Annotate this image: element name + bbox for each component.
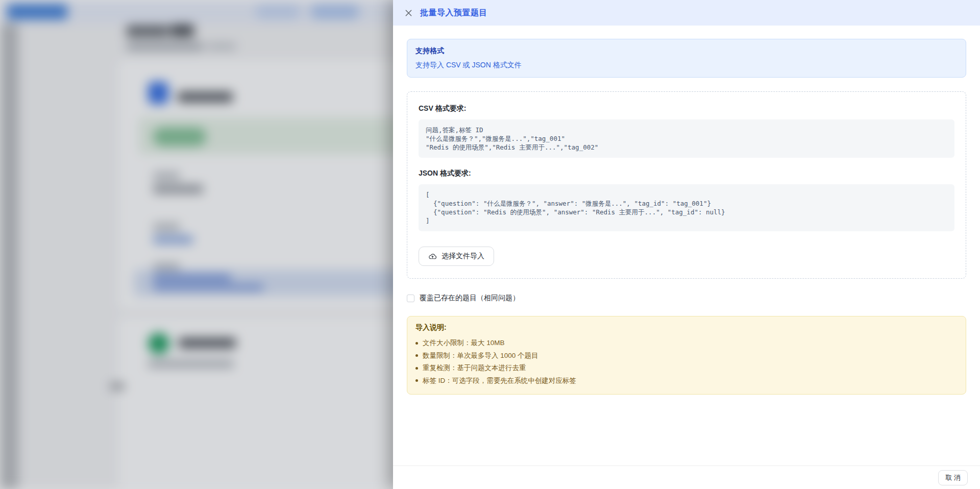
json-example-code-block: [ {"question": "什么是微服务？", "answer": "微服务…: [419, 184, 954, 231]
checkbox-unchecked-icon[interactable]: [407, 295, 414, 302]
bullet-icon: [415, 342, 418, 345]
close-icon[interactable]: [404, 9, 412, 17]
csv-format-heading: CSV 格式要求:: [419, 104, 954, 113]
code-line: [: [426, 190, 947, 199]
json-format-heading: JSON 格式要求:: [419, 169, 954, 178]
drawer-body: 支持格式 支持导入 CSV 或 JSON 格式文件 CSV 格式要求: 问题,答…: [393, 26, 980, 466]
code-line: {"question": "什么是微服务？", "answer": "微服务是.…: [426, 199, 947, 208]
list-item: 标签 ID：可选字段，需要先在系统中创建对应标签: [415, 375, 958, 387]
drawer-footer: 取 消: [393, 466, 980, 489]
import-notes-list: 文件大小限制：最大 10MB 数量限制：单次最多导入 1000 个题目 重复检测…: [415, 337, 958, 387]
import-notes-box: 导入说明: 文件大小限制：最大 10MB 数量限制：单次最多导入 1000 个题…: [407, 316, 966, 395]
format-requirements-card: CSV 格式要求: 问题,答案,标签 ID "什么是微服务？","微服务是...…: [407, 91, 966, 279]
drawer-title: 批量导入预置题目: [420, 8, 487, 18]
note-text: 重复检测：基于问题文本进行去重: [423, 363, 526, 373]
info-box-title: 支持格式: [415, 46, 958, 56]
list-item: 数量限制：单次最多导入 1000 个题目: [415, 350, 958, 362]
bullet-icon: [415, 367, 418, 370]
note-text: 数量限制：单次最多导入 1000 个题目: [423, 351, 538, 360]
note-text: 标签 ID：可选字段，需要先在系统中创建对应标签: [423, 376, 576, 385]
batch-import-drawer: 批量导入预置题目 支持格式 支持导入 CSV 或 JSON 格式文件 CSV 格…: [393, 0, 980, 489]
choose-file-import-button[interactable]: 选择文件导入: [419, 247, 494, 266]
screen: 批量导入预置题目 支持格式 支持导入 CSV 或 JSON 格式文件 CSV 格…: [0, 0, 980, 489]
import-notes-heading: 导入说明:: [415, 323, 958, 332]
info-box-text: 支持导入 CSV 或 JSON 格式文件: [415, 61, 958, 70]
cloud-upload-icon: [428, 252, 437, 261]
code-line: "Redis 的使用场景","Redis 主要用于...","tag_002": [426, 143, 947, 152]
supported-format-info-box: 支持格式 支持导入 CSV 或 JSON 格式文件: [407, 39, 966, 78]
overwrite-checkbox-label: 覆盖已存在的题目（相同问题）: [420, 294, 520, 303]
code-line: 问题,答案,标签 ID: [426, 126, 947, 134]
cancel-button[interactable]: 取 消: [938, 470, 968, 485]
code-line: ]: [426, 216, 947, 225]
csv-example-code-block: 问题,答案,标签 ID "什么是微服务？","微服务是...","tag_001…: [419, 119, 954, 158]
list-item: 重复检测：基于问题文本进行去重: [415, 362, 958, 375]
upload-button-label: 选择文件导入: [442, 252, 484, 261]
note-text: 文件大小限制：最大 10MB: [423, 338, 505, 348]
bullet-icon: [415, 354, 418, 357]
drawer-header: 批量导入预置题目: [393, 0, 980, 26]
code-line: "什么是微服务？","微服务是...","tag_001": [426, 134, 947, 143]
list-item: 文件大小限制：最大 10MB: [415, 337, 958, 350]
code-line: {"question": "Redis 的使用场景", "answer": "R…: [426, 208, 947, 216]
overwrite-existing-checkbox-row[interactable]: 覆盖已存在的题目（相同问题）: [407, 294, 966, 303]
bullet-icon: [415, 379, 418, 382]
